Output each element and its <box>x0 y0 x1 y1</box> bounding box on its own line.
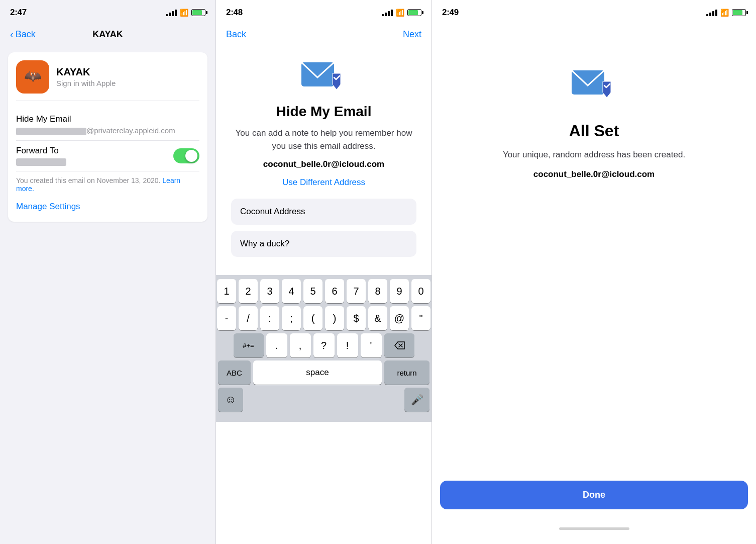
hme-title: Hide My Email <box>276 104 372 120</box>
time-1: 2:47 <box>10 8 27 18</box>
chevron-left-icon: ‹ <box>10 29 14 40</box>
keyboard-row-bottom: ☺ 🎤 <box>218 388 429 417</box>
key-exclaim[interactable]: ! <box>337 333 358 357</box>
allset-title: All Set <box>569 122 619 140</box>
delete-key[interactable] <box>384 333 414 357</box>
app-name: KAYAK <box>56 66 116 78</box>
key-apostrophe[interactable]: ' <box>361 333 382 357</box>
svg-text:🦇: 🦇 <box>24 68 42 84</box>
key-quote[interactable]: " <box>411 306 430 330</box>
back-label-1: Back <box>16 29 36 40</box>
allset-content: All Set Your unique, random address has … <box>432 46 756 274</box>
key-slash[interactable]: / <box>239 306 258 330</box>
keyboard-row-space: ABC space return <box>218 360 429 385</box>
key-7[interactable]: 7 <box>347 279 366 303</box>
screen-2: 2:48 📶 Back Next <box>216 0 432 544</box>
key-8[interactable]: 8 <box>368 279 387 303</box>
back-label-2: Back <box>226 29 246 40</box>
home-indicator-3 <box>559 527 629 530</box>
status-icons-2: 📶 <box>382 9 421 17</box>
app-icon: 🦇 <box>16 60 49 94</box>
key-0[interactable]: 0 <box>411 279 430 303</box>
key-semicolon[interactable]: ; <box>282 306 301 330</box>
keyboard-row-symbols: - / : ; ( ) $ & @ " <box>218 306 429 330</box>
key-rparen[interactable]: ) <box>325 306 344 330</box>
keyboard-row-numbers: 1 2 3 4 5 6 7 8 9 0 <box>218 279 429 303</box>
forward-to-info: Forward To <box>16 146 66 166</box>
main-card: 🦇 KAYAK Sign in with Apple Hide My Email… <box>8 52 207 222</box>
created-text: You created this email on November 13, 2… <box>16 171 199 200</box>
key-9[interactable]: 9 <box>390 279 409 303</box>
space-key[interactable]: space <box>253 360 382 385</box>
key-at[interactable]: @ <box>390 306 409 330</box>
key-colon[interactable]: : <box>260 306 279 330</box>
hme-value: @privaterelay.appleid.com <box>16 126 199 135</box>
key-6[interactable]: 6 <box>325 279 344 303</box>
wifi-icon-2: 📶 <box>396 9 404 17</box>
nav-bar-1: ‹ Back KAYAK <box>0 22 215 46</box>
forward-value <box>16 157 66 166</box>
key-dollar[interactable]: $ <box>347 306 366 330</box>
key-5[interactable]: 5 <box>303 279 322 303</box>
app-subtitle: Sign in with Apple <box>56 79 116 87</box>
key-comma[interactable]: , <box>290 333 311 357</box>
back-button-1[interactable]: ‹ Back <box>10 29 36 40</box>
allset-description: Your unique, random address has been cre… <box>503 148 685 161</box>
key-lparen[interactable]: ( <box>303 306 322 330</box>
manage-settings-button[interactable]: Manage Settings <box>16 200 199 214</box>
screen-1: 2:47 📶 ‹ Back KAYAK <box>0 0 216 544</box>
hme-label: Hide My Email <box>16 114 199 124</box>
app-info: KAYAK Sign in with Apple <box>56 66 116 87</box>
key-3[interactable]: 3 <box>260 279 279 303</box>
wifi-icon: 📶 <box>180 9 188 17</box>
key-amp[interactable]: & <box>368 306 387 330</box>
key-4[interactable]: 4 <box>282 279 301 303</box>
back-button-2[interactable]: Back <box>226 29 246 40</box>
return-key[interactable]: return <box>384 360 429 385</box>
key-hashtag[interactable]: #+= <box>234 333 264 357</box>
signal-icon-3 <box>706 9 717 16</box>
allset-email-shield-icon <box>572 66 617 103</box>
nav-title-1: KAYAK <box>92 29 123 40</box>
email-shield-icon <box>301 58 347 95</box>
battery-icon-2 <box>407 9 421 16</box>
hide-my-email-content: Hide My Email You can add a note to help… <box>216 46 431 273</box>
status-icons-3: 📶 <box>706 9 746 17</box>
battery-icon-3 <box>732 9 746 16</box>
use-different-address-button[interactable]: Use Different Address <box>282 177 365 188</box>
delete-icon <box>394 341 405 349</box>
hme-email-display: coconut_belle.0r@icloud.com <box>263 159 384 169</box>
status-bar-3: 2:49 📶 <box>432 0 756 22</box>
email-shield-svg <box>301 58 347 95</box>
screen-3: 2:49 📶 All Set Your <box>432 0 756 544</box>
forward-to-row: Forward To <box>16 141 199 172</box>
forward-label: Forward To <box>16 146 66 156</box>
nav-spacer-3 <box>432 22 756 46</box>
allset-email-shield-svg <box>572 66 617 103</box>
label-input[interactable] <box>231 199 416 225</box>
nav-bar-2: Back Next <box>216 22 431 46</box>
key-question[interactable]: ? <box>313 333 335 357</box>
done-button[interactable]: Done <box>440 481 748 509</box>
key-minus[interactable]: - <box>217 306 236 330</box>
app-header: 🦇 KAYAK Sign in with Apple <box>16 60 199 101</box>
next-button[interactable]: Next <box>403 29 421 40</box>
keyboard-row-3: #+= . , ? ! ' <box>218 333 429 357</box>
note-input[interactable] <box>231 231 416 257</box>
key-2[interactable]: 2 <box>239 279 258 303</box>
abc-key[interactable]: ABC <box>218 360 251 385</box>
forward-toggle[interactable] <box>173 148 199 163</box>
kayak-logo-icon: 🦇 <box>22 66 44 88</box>
status-bar-1: 2:47 📶 <box>0 0 215 22</box>
key-period[interactable]: . <box>266 333 287 357</box>
mic-key[interactable]: 🎤 <box>404 388 429 412</box>
allset-email-display: coconut_belle.0r@icloud.com <box>533 169 655 179</box>
hme-description: You can add a note to help you remember … <box>231 127 416 152</box>
time-3: 2:49 <box>442 8 459 18</box>
key-1[interactable]: 1 <box>217 279 236 303</box>
emoji-key[interactable]: ☺ <box>218 388 243 412</box>
signal-icon <box>166 9 177 16</box>
battery-icon <box>191 9 205 16</box>
signal-icon-2 <box>382 9 393 16</box>
wifi-icon-3: 📶 <box>720 9 729 17</box>
